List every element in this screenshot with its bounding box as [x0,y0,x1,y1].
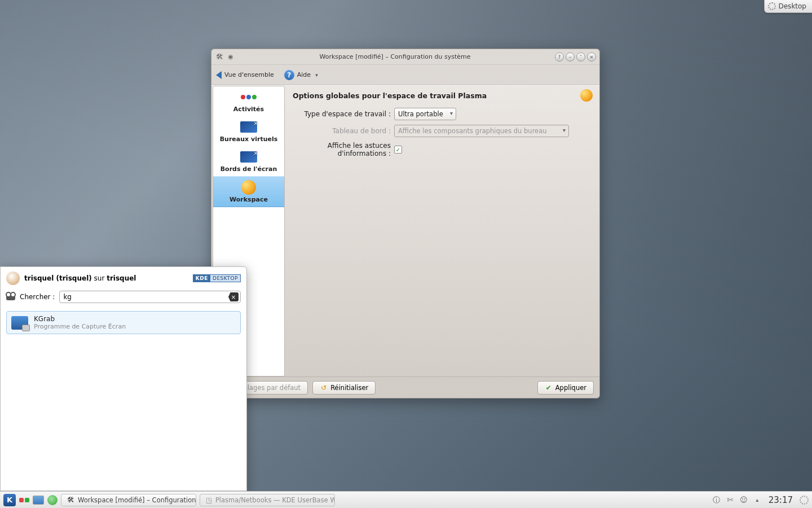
search-input[interactable]: kg × [59,291,241,303]
overview-label: Vue d'ensemble [224,71,274,78]
window-title: Workspace [modifié] – Configuration du s… [235,53,555,60]
taskbar-panel: K 🛠 Workspace [modifié] – Configuration … [0,491,812,508]
sidebar-item-label: Workspace [230,196,268,203]
app-icon: 🛠 [215,52,224,62]
search-value: kg [63,293,72,301]
sidebar-item-label: Activités [233,106,264,113]
dashboard-value: Affiche les composants graphiques du bur… [398,127,547,135]
virtual-desktops-icon [240,121,258,133]
search-result-kgrab[interactable]: KGrab Programme de Capture Écran [6,311,241,334]
sidebar-item-activities[interactable]: Activités [213,86,284,116]
workspace-type-combo[interactable]: Ultra portable [394,108,456,120]
dashboard-combo: Affiche les composants graphiques du bur… [394,125,569,137]
workspace-icon [240,181,258,194]
krunner-button[interactable] [47,495,58,505]
maximize-button[interactable]: ˄ [576,52,585,62]
kmenu-button[interactable]: K [3,494,16,506]
sidebar-item-label: Bords de l'écran [220,165,277,173]
reset-button[interactable]: ↺ Réinitialiser [312,381,376,395]
apply-button[interactable]: ✔ Appliquer [537,381,594,395]
browser-icon: ◳ [206,496,212,504]
system-tray: ⓘ ✄ ☺ ▴ [712,496,762,505]
back-arrow-icon [216,71,222,79]
launcher-search-row: Chercher : kg × [1,288,246,308]
task-label: Plasma/Netbooks — KDE UserBase Wiki [215,496,335,504]
help-icon: ? [284,70,294,80]
panel-cashew-icon[interactable] [800,496,809,505]
screen-edges-icon [240,151,258,163]
apply-label: Appliquer [555,384,586,392]
search-label: Chercher : [20,293,55,301]
dashboard-label: Tableau de bord : [293,127,394,135]
info-tray-icon[interactable]: ⓘ [712,496,721,505]
content-heading: Options globales pour l'espace de travai… [293,91,590,100]
clear-search-icon[interactable]: × [228,292,239,301]
reset-icon: ↺ [320,384,328,392]
cashew-icon [768,2,776,10]
launcher-header: trisquel (trisquel) sur trisquel KDEDESK… [1,267,246,288]
sidebar-item-screen-edges[interactable]: Bords de l'écran [213,146,284,176]
tray-expand-icon[interactable]: ▴ [753,496,762,505]
help-window-button[interactable]: ? [555,52,564,62]
task-label: Workspace [modifié] – Configuration du … [78,496,196,504]
sidebar-item-label: Bureaux virtuels [220,135,278,143]
titlebar[interactable]: 🛠 ◉ Workspace [modifié] – Configuration … [211,49,599,65]
reset-label: Réinitialiser [330,384,368,392]
overview-button[interactable]: Vue d'ensemble [216,71,274,79]
sidebar-item-workspace[interactable]: Workspace [213,176,284,207]
help-button[interactable]: ? Aide ▾ [284,70,318,80]
minimize-button[interactable]: – [566,52,575,62]
window-footer: ⎌ Réglages par défaut ↺ Réinitialiser ✔ … [211,376,599,398]
task-system-settings[interactable]: 🛠 Workspace [modifié] – Configuration du… [61,494,196,506]
network-tray-icon[interactable]: ☺ [739,496,748,505]
settings-content: Options globales pour l'espace de travai… [285,86,599,376]
help-label: Aide [297,71,311,78]
result-desc: Programme de Capture Écran [34,323,126,330]
tooltip-label: Affiche les astuces d'informations : [293,142,394,157]
panel-clock[interactable]: 23:17 [765,495,796,505]
system-settings-window: 🛠 ◉ Workspace [modifié] – Configuration … [211,49,600,398]
pager[interactable] [19,498,29,502]
toolbar: Vue d'ensemble ? Aide ▾ [211,65,599,85]
task-icon: 🛠 [67,496,74,504]
result-name: KGrab [34,315,126,323]
pin-icon[interactable]: ◉ [226,52,235,62]
cashew-label: Desktop [779,2,807,10]
kgrab-app-icon [11,316,28,330]
module-icon [580,89,593,102]
app-launcher: trisquel (trisquel) sur trisquel KDEDESK… [0,266,247,491]
close-button[interactable]: × [587,52,596,62]
show-desktop-button[interactable] [33,496,44,505]
tooltip-checkbox[interactable]: ✓ [394,146,402,154]
kde-branding: KDEDESKTOP [193,274,241,282]
activities-icon [240,91,258,103]
workspace-type-label: Type d'espace de travail : [293,110,394,118]
klipper-tray-icon[interactable]: ✄ [726,496,735,505]
user-label: trisquel (trisquel) sur trisquel [24,274,136,282]
user-avatar-icon [6,271,20,285]
apply-icon: ✔ [545,384,553,392]
desktop-cashew[interactable]: Desktop [764,0,813,13]
workspace-type-value: Ultra portable [398,110,443,118]
chevron-down-icon: ▾ [315,72,318,78]
sidebar-item-virtual-desktops[interactable]: Bureaux virtuels [213,116,284,146]
task-browser[interactable]: ◳ Plasma/Netbooks — KDE UserBase Wiki [200,494,335,506]
search-icon [6,294,15,300]
